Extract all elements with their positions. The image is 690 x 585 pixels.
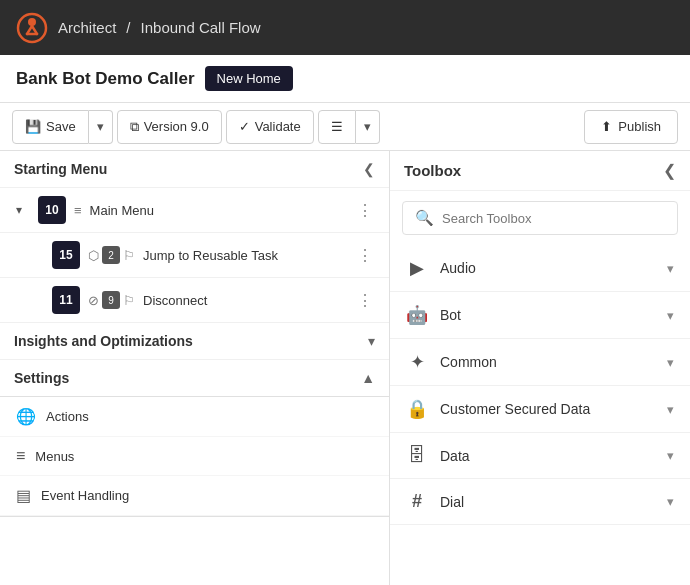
- validate-label: Validate: [255, 119, 301, 134]
- node-badge-15: 15: [52, 241, 80, 269]
- flow-node-10[interactable]: ▾ 10 ≡ Main Menu ⋮: [0, 188, 389, 233]
- settings-event-label: Event Handling: [41, 488, 129, 503]
- node-icons-11: ⊘ 9 ⚐: [88, 291, 135, 309]
- list-dropdown-button[interactable]: ▾: [356, 110, 380, 144]
- data-chevron-icon: ▾: [667, 448, 674, 463]
- check-icon: ✓: [239, 119, 250, 134]
- dial-icon: #: [406, 491, 428, 512]
- flow-type: Inbound Call Flow: [141, 19, 261, 36]
- data-icon: 🗄: [406, 445, 428, 466]
- list-icon: ☰: [331, 119, 343, 134]
- project-name: Bank Bot Demo Caller: [16, 69, 195, 89]
- search-input[interactable]: [442, 211, 665, 226]
- search-box[interactable]: 🔍: [402, 201, 678, 235]
- dial-chevron-icon: ▾: [667, 494, 674, 509]
- toolbox-collapse-icon[interactable]: ❮: [663, 161, 676, 180]
- publish-label: Publish: [618, 119, 661, 134]
- sub-badge-2: 2: [102, 246, 120, 264]
- save-button[interactable]: 💾 Save: [12, 110, 89, 144]
- search-icon: 🔍: [415, 209, 434, 227]
- toolbox-audio-label: Audio: [440, 260, 655, 276]
- toolbox-dial-label: Dial: [440, 494, 655, 510]
- node-label-10: Main Menu: [90, 203, 345, 218]
- save-group: 💾 Save ▾: [12, 110, 113, 144]
- list-button[interactable]: ☰: [318, 110, 356, 144]
- tree-toggle-icon[interactable]: ▾: [16, 203, 30, 217]
- toolbox-data-label: Data: [440, 448, 655, 464]
- app-name: Architect: [58, 19, 116, 36]
- insights-section[interactable]: Insights and Optimizations ▾: [0, 323, 389, 360]
- settings-title: Settings: [14, 370, 69, 386]
- insights-chevron-icon: ▾: [368, 333, 375, 349]
- menu-icon: ≡: [16, 447, 25, 465]
- flag2-icon: ⚐: [123, 293, 135, 308]
- save-dropdown-button[interactable]: ▾: [89, 110, 113, 144]
- toolbox-bot-label: Bot: [440, 307, 655, 323]
- toolbox-dial[interactable]: # Dial ▾: [390, 479, 690, 525]
- lock-icon: 🔒: [406, 398, 428, 420]
- main-content: Starting Menu ❮ ▾ 10 ≡ Main Menu ⋮ 15 ⬡ …: [0, 151, 690, 585]
- settings-actions-label: Actions: [46, 409, 89, 424]
- list-group: ☰ ▾: [318, 110, 380, 144]
- toolbox-common-label: Common: [440, 354, 655, 370]
- sub-badge-9: 9: [102, 291, 120, 309]
- publish-button[interactable]: ⬆ Publish: [584, 110, 678, 144]
- node-more-icon-11[interactable]: ⋮: [353, 289, 377, 312]
- bot-icon: 🤖: [406, 304, 428, 326]
- left-panel: Starting Menu ❮ ▾ 10 ≡ Main Menu ⋮ 15 ⬡ …: [0, 151, 390, 585]
- node-badge-11: 11: [52, 286, 80, 314]
- node-more-icon-10[interactable]: ⋮: [353, 199, 377, 222]
- settings-actions[interactable]: 🌐 Actions: [0, 397, 389, 437]
- top-bar: Architect / Inbound Call Flow: [0, 0, 690, 55]
- starting-menu-section[interactable]: Starting Menu ❮: [0, 151, 389, 188]
- common-icon: ✦: [406, 351, 428, 373]
- flow-node-15[interactable]: 15 ⬡ 2 ⚐ Jump to Reusable Task ⋮: [0, 233, 389, 278]
- menu-lines-icon: ≡: [74, 203, 82, 218]
- globe-icon: 🌐: [16, 407, 36, 426]
- version-button[interactable]: ⧉ Version 9.0: [117, 110, 222, 144]
- share-icon: ⬡: [88, 248, 99, 263]
- validate-button[interactable]: ✓ Validate: [226, 110, 314, 144]
- disconnect-icon: ⊘: [88, 293, 99, 308]
- toolbox-customer-secured-label: Customer Secured Data: [440, 401, 655, 417]
- node-icons-10: ≡: [74, 203, 82, 218]
- toolbox-data[interactable]: 🗄 Data ▾: [390, 433, 690, 479]
- flag-icon: ⚐: [123, 248, 135, 263]
- toolbox-bot[interactable]: 🤖 Bot ▾: [390, 292, 690, 339]
- save-label: Save: [46, 119, 76, 134]
- new-home-button[interactable]: New Home: [205, 66, 293, 91]
- bot-chevron-icon: ▾: [667, 308, 674, 323]
- toolbox-common[interactable]: ✦ Common ▾: [390, 339, 690, 386]
- toolbar: 💾 Save ▾ ⧉ Version 9.0 ✓ Validate ☰ ▾ ⬆ …: [0, 103, 690, 151]
- genesys-logo-icon: [16, 12, 48, 44]
- save-icon: 💾: [25, 119, 41, 134]
- audio-chevron-icon: ▾: [667, 261, 674, 276]
- toolbox-audio[interactable]: ▶ Audio ▾: [390, 245, 690, 292]
- toolbox-customer-secured-data[interactable]: 🔒 Customer Secured Data ▾: [390, 386, 690, 433]
- common-chevron-icon: ▾: [667, 355, 674, 370]
- starting-menu-title: Starting Menu: [14, 161, 107, 177]
- event-icon: ▤: [16, 486, 31, 505]
- copy-icon: ⧉: [130, 119, 139, 135]
- settings-menus[interactable]: ≡ Menus: [0, 437, 389, 476]
- publish-icon: ⬆: [601, 119, 612, 134]
- flow-node-11[interactable]: 11 ⊘ 9 ⚐ Disconnect ⋮: [0, 278, 389, 323]
- settings-section: Settings ▲ 🌐 Actions ≡ Menus ▤ Event Han…: [0, 360, 389, 517]
- toolbox-header: Toolbox ❮: [390, 151, 690, 191]
- node-label-15: Jump to Reusable Task: [143, 248, 345, 263]
- settings-chevron-icon: ▲: [361, 370, 375, 386]
- starting-menu-chevron-icon: ❮: [363, 161, 375, 177]
- node-label-11: Disconnect: [143, 293, 345, 308]
- insights-title: Insights and Optimizations: [14, 333, 193, 349]
- audio-icon: ▶: [406, 257, 428, 279]
- settings-event-handling[interactable]: ▤ Event Handling: [0, 476, 389, 516]
- right-panel: Toolbox ❮ 🔍 ▶ Audio ▾ 🤖 Bot ▾ ✦ Common ▾…: [390, 151, 690, 585]
- toolbox-title: Toolbox: [404, 162, 461, 179]
- settings-header[interactable]: Settings ▲: [0, 360, 389, 397]
- node-badge-10: 10: [38, 196, 66, 224]
- node-more-icon-15[interactable]: ⋮: [353, 244, 377, 267]
- sub-header: Bank Bot Demo Caller New Home: [0, 55, 690, 103]
- node-icons-15: ⬡ 2 ⚐: [88, 246, 135, 264]
- customer-secured-chevron-icon: ▾: [667, 402, 674, 417]
- settings-menus-label: Menus: [35, 449, 74, 464]
